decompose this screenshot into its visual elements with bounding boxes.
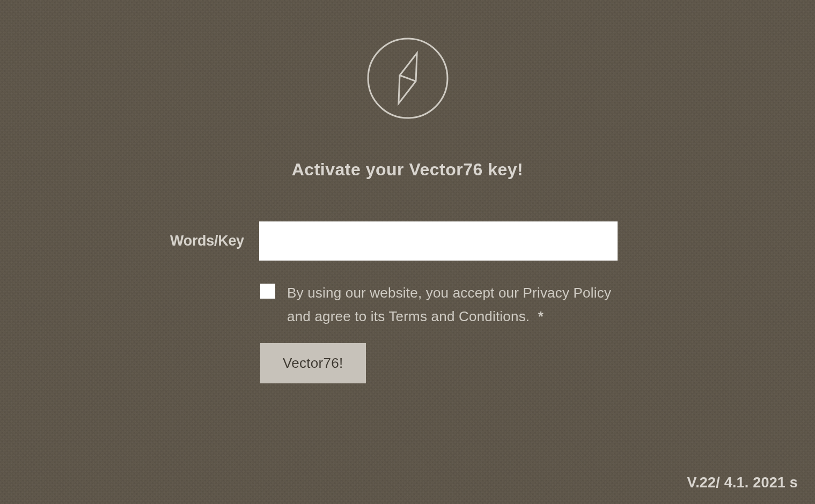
required-asterisk: * — [538, 308, 544, 324]
submit-button[interactable]: Vector76! — [260, 343, 366, 383]
page-title: Activate your Vector76 key! — [292, 160, 523, 180]
compass-icon — [366, 36, 450, 120]
consent-checkbox[interactable] — [260, 284, 275, 299]
version-label: V.22/ 4.1. 2021 s — [687, 475, 798, 491]
consent-text: By using our website, you accept our Pri… — [287, 281, 619, 328]
svg-line-1 — [399, 76, 415, 81]
consent-row: By using our website, you accept our Pri… — [260, 281, 619, 328]
key-input-row: Words/Key — [170, 221, 618, 261]
key-input-label: Words/Key — [170, 233, 244, 249]
consent-text-body: By using our website, you accept our Pri… — [287, 285, 611, 324]
key-input[interactable] — [259, 221, 618, 261]
